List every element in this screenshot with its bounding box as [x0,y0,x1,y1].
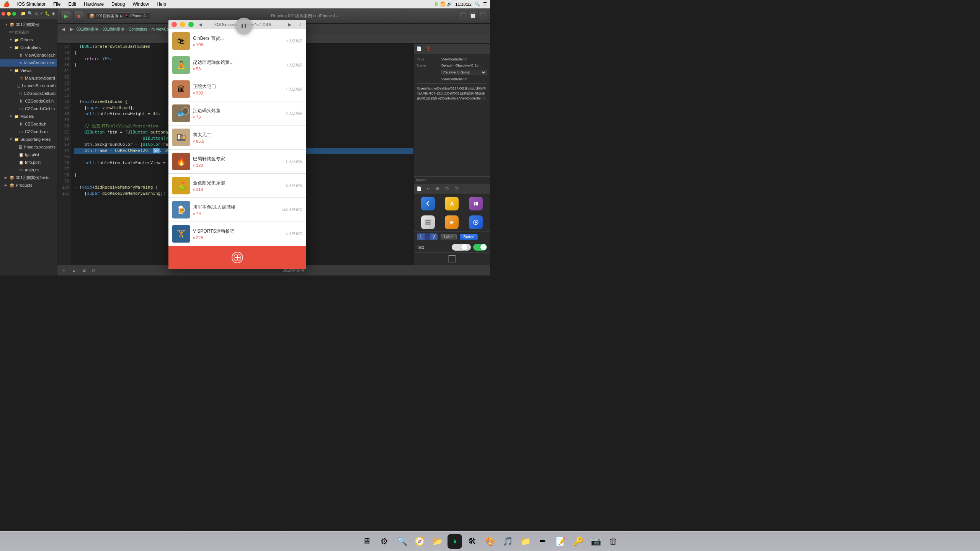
sidebar-item-main-storyboard[interactable]: ◻ Main.storyboard [0,74,57,82]
sidebar-item-others[interactable]: ▼ 📁 Others [0,36,57,44]
menu-edit[interactable]: Edit [67,2,78,7]
button-button[interactable]: Button [460,234,478,240]
sim-close-btn[interactable] [172,22,177,27]
add-file-btn[interactable]: + [60,267,67,274]
sidebar-item-czgoods-h[interactable]: h CZGoods.h [0,120,57,128]
nav-test-icon[interactable]: ✓ [40,11,43,17]
insp2-arrow-icon[interactable]: ↩ [425,185,432,193]
breadcrumb-item-3[interactable]: Controllers [129,27,147,31]
sim-add-footer[interactable] [168,246,306,269]
breakpoint-btn[interactable]: ◎ [90,267,97,274]
sidebar-item-products[interactable]: ▶ 📦 Products [0,181,57,189]
product-item-8[interactable]: 🏋 V SPORTS运动餐吧 ¥ 228 2 人已购买 [168,222,306,246]
sidebar-item-info-plist[interactable]: 📋 Info.plist [0,158,57,166]
czgoodsm-icon: m [18,129,24,134]
run-button[interactable]: ▶ [60,11,71,21]
sim-back-btn[interactable]: ◀ [197,21,204,28]
sidebar-item-project[interactable]: ▼ 📦 001团购案例 [0,21,57,28]
sidebar-item-viewcontroller-h[interactable]: h ViewController.h [0,51,57,59]
view-editor-btn[interactable]: ⬜ [469,12,477,20]
layout-select[interactable]: Relative to Group [441,70,487,75]
storyboard-icon: ◻ [18,75,24,81]
insp2-size-icon[interactable]: ⊞ [443,185,451,193]
product-item-5[interactable]: 🔥 巴蜀轩烤鱼专家 ¥ 128 1 人已购买 [168,150,306,174]
tableview-obj[interactable] [421,215,435,229]
maximize-button[interactable] [12,12,16,16]
view-utilities-btn[interactable]: ⬛ [479,12,487,20]
nav-breakpoint-icon[interactable]: ◉ [52,11,56,17]
forward-nav-icon[interactable]: ▶ [68,26,75,33]
nav-search-icon[interactable]: 🔍 [28,11,33,17]
menu-hardware[interactable]: Hardware [82,2,105,7]
menu-window[interactable]: Window [131,2,150,7]
sim-max-btn[interactable] [188,22,194,27]
debug-view-btn[interactable]: ⊞ [80,267,87,274]
apple-menu[interactable]: 🍎 [3,1,10,7]
sidebar-item-launch-screen[interactable]: ◻ LaunchScreen.xib [0,82,57,90]
view-navigator-btn[interactable]: ⬛ [459,12,467,20]
close-button[interactable] [2,12,5,16]
btn-obj[interactable] [469,215,483,229]
sim-expand-btn[interactable]: ⤢ [296,21,303,28]
menu-extras[interactable]: ☰ [483,2,487,7]
object-icons-row2: ⊕ [414,213,490,231]
menu-debug[interactable]: Debug [110,2,126,7]
menu-ios-simulator[interactable]: iOS Simulator [16,2,47,7]
sidebar-item-czgoods-m[interactable]: m CZGoods.m [0,128,57,135]
sidebar-item-subtarget: 001团购案例 [0,28,57,36]
stepper[interactable]: 1 2 [417,233,438,240]
sidebar-item-czgoodscell-h[interactable]: h CZGoodsCell.h [0,97,57,105]
sidebar-item-main-m[interactable]: m main.m [0,166,57,174]
nav-debug-icon[interactable]: 🐛 [45,11,50,17]
toggle-switch[interactable] [473,244,487,251]
object-icons-row: A [414,194,490,213]
nav-warning-icon[interactable]: ⚠ [34,11,38,17]
viewcontroller-h-label: ViewController.h [25,53,56,57]
sidebar-item-tests[interactable]: ▶ 📦 001团购案例Tests [0,174,57,181]
product-item-1[interactable]: 🧘 昆达理尼瑜伽馆黄... ¥ 58 3 人已购买 [168,53,306,77]
imageview-obj[interactable]: ⊕ [445,215,459,229]
product-item-4[interactable]: 🍱 将太无二 ¥ 85.5 [168,126,306,150]
sidebar-item-supporting[interactable]: ▼ 📁 Supporting Files [0,135,57,143]
product-item-6[interactable]: ⛳ 金色阳光俱乐部 ¥ 318 2 人已购买 [168,174,306,198]
search-icon[interactable]: 🔍 [475,2,480,7]
bottom-nav-btn[interactable]: ≡ [70,267,77,274]
sidebar-item-viewcontroller-m[interactable]: m ViewController.m [0,59,57,67]
nav-folder-icon[interactable]: 📁 [21,11,26,17]
inspector-quick-icon[interactable]: ❓ [425,45,432,53]
breadcrumb-item-2[interactable]: 001团购案例 [103,27,124,32]
product-item-0[interactable]: 🛍 GinBers 百货... ¥ 108 3 人已购买 [168,29,306,53]
slider-control[interactable] [452,244,471,251]
sidebar-item-xcassets[interactable]: 🖼 Images.xcassets [0,143,57,151]
product-item-7[interactable]: 🍺 川军本色/龙人居酒楼 ¥ 79 150 人已购买 [168,198,306,222]
product-name-2: 正院大宅门 [193,83,283,90]
stop-button[interactable]: ■ [74,11,84,21]
nav-back-btn[interactable] [421,197,435,210]
sidebar-item-czgoodscell-m[interactable]: m CZGoodsCell.m [0,105,57,112]
breadcrumb-item-1[interactable]: 001团购案例 [77,27,98,32]
minimize-button[interactable] [7,12,11,16]
label-button[interactable]: Label [441,234,457,240]
sim-min-btn[interactable] [180,22,185,27]
label-obj[interactable]: A [445,197,459,210]
sidebar-item-models[interactable]: ▼ 📁 Models [0,112,57,120]
back-nav-icon[interactable]: ◀ [60,26,67,33]
sidebar-item-tgs-plist[interactable]: 📋 tgs.plist [0,151,57,158]
stepper-2-btn[interactable]: 2 [430,233,438,240]
product-item-3[interactable]: 🐟 江边码头烤鱼 ¥ 78 2 人已购买 [168,101,306,126]
sidebar-item-views[interactable]: ▼ 📁 Views [0,67,57,74]
scheme-selector[interactable]: 📦 001团购案例 ▶ 📱 iPhone 4s [87,12,150,20]
insp2-file-icon[interactable]: 📄 [415,185,423,193]
inspector-file-icon[interactable]: 📄 [415,45,423,53]
pause-button[interactable] [235,18,252,34]
insp2-conn-icon[interactable]: ⊡ [452,185,460,193]
stepper-1-btn[interactable]: 1 [417,233,425,240]
sidebar-item-controllers[interactable]: ▼ 📁 Controllers [0,44,57,51]
edit-btn[interactable] [469,197,483,210]
sim-fwd-btn[interactable]: ▶ [286,21,293,28]
menu-file[interactable]: File [52,2,62,7]
insp2-attr-icon[interactable]: ⚙ [434,185,441,193]
sidebar-item-czgoodscell-xib[interactable]: ◻ CZGoodsCell.xib [0,90,57,97]
product-item-2[interactable]: 🏛 正院大宅门 ¥ 999 1 人已购买 [168,77,306,101]
menu-help[interactable]: Help [155,2,168,7]
